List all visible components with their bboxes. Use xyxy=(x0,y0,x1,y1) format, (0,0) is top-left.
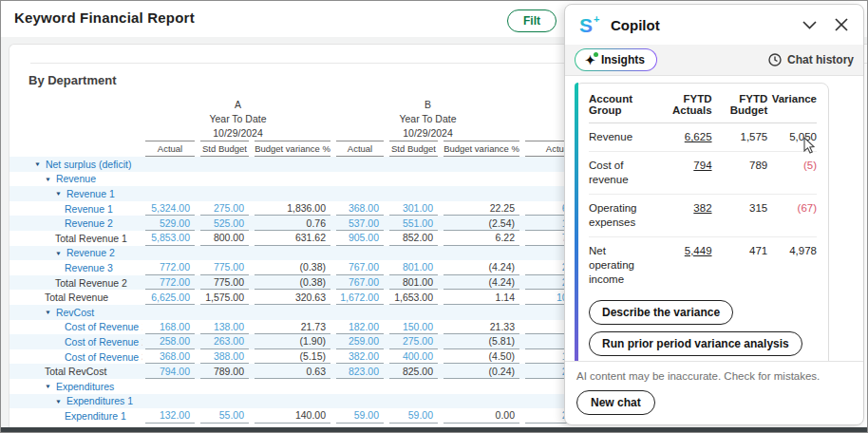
fytd-actuals-cell[interactable]: 382 xyxy=(651,194,711,236)
group-a-period: Year To Date xyxy=(142,112,333,126)
value-cell xyxy=(441,172,522,187)
insights-button[interactable]: ✦ Insights xyxy=(575,48,657,71)
value-cell[interactable]: 5,324.00 xyxy=(142,201,198,216)
value-cell[interactable]: 801.00 xyxy=(387,260,441,275)
report-row: Revenue 15,324.00275.001,836.00368.00301… xyxy=(9,201,617,216)
value-cell[interactable]: 5,853.00 xyxy=(142,231,198,246)
value-cell[interactable]: 55.00 xyxy=(198,408,252,424)
row-label-text: Revenue 1 xyxy=(66,188,115,199)
value-cell[interactable]: 301.00 xyxy=(387,201,441,216)
value-cell[interactable]: 400.00 xyxy=(387,349,441,365)
value-cell[interactable]: 905.00 xyxy=(333,231,387,246)
value-cell[interactable]: 59.00 xyxy=(333,408,387,424)
row-label[interactable]: Revenue 3 xyxy=(9,260,142,275)
copilot-footer: AI content may be inaccurate. Check for … xyxy=(565,361,863,424)
row-label[interactable]: ▼Revenue 1 xyxy=(9,186,142,201)
row-label[interactable]: Cost of Revenue 1 xyxy=(9,320,142,335)
value-cell[interactable]: 150.00 xyxy=(387,320,441,335)
row-label-text: Net surplus (deficit) xyxy=(46,159,131,170)
value-cell xyxy=(252,394,333,409)
value-cell xyxy=(441,186,522,201)
fytd-actuals-cell[interactable]: 794 xyxy=(651,151,711,194)
collapse-triangle-icon[interactable]: ▼ xyxy=(34,161,41,167)
value-cell[interactable]: 529.00 xyxy=(142,216,198,231)
value-cell xyxy=(198,379,252,394)
value-cell[interactable]: 775.00 xyxy=(198,260,252,275)
collapse-triangle-icon[interactable]: ▼ xyxy=(55,191,62,197)
value-cell[interactable]: 525.00 xyxy=(198,216,252,231)
value-cell[interactable]: 537.00 xyxy=(333,216,387,231)
value-cell[interactable]: 368.00 xyxy=(333,201,387,216)
collapse-triangle-icon[interactable]: ▼ xyxy=(45,176,51,181)
filter-button[interactable]: Filt xyxy=(507,9,557,32)
value-cell xyxy=(142,379,198,394)
value-cell xyxy=(333,186,387,201)
value-cell[interactable]: 59.00 xyxy=(387,408,441,424)
value-cell[interactable]: 823.00 xyxy=(333,364,387,379)
actuals-link[interactable]: 794 xyxy=(693,160,711,171)
row-label[interactable]: Cost of Revenue 3 xyxy=(9,349,142,365)
row-label[interactable]: ▼Net surplus (deficit) xyxy=(9,157,142,172)
report-row: Expenditure 1132.0055.00140.0059.0059.00… xyxy=(9,408,617,424)
collapse-triangle-icon[interactable]: ▼ xyxy=(45,310,51,315)
actuals-link[interactable]: 6,625 xyxy=(685,131,712,142)
group-b-id: B xyxy=(333,98,522,112)
value-cell[interactable]: 772.00 xyxy=(142,275,198,291)
suggestion-button[interactable]: Describe the variance xyxy=(589,300,733,325)
row-label[interactable]: Expenditure 1 xyxy=(9,408,142,424)
value-cell[interactable]: 275.00 xyxy=(198,201,252,216)
row-label[interactable]: Revenue 2 xyxy=(9,216,142,231)
chat-history-button[interactable]: Chat history xyxy=(768,53,854,66)
row-label: Total Revenue xyxy=(9,290,142,305)
value-cell[interactable]: 259.00 xyxy=(333,334,387,349)
close-panel-button[interactable] xyxy=(833,16,850,33)
row-label-text: Expenditures xyxy=(56,381,114,392)
suggestion-button[interactable]: Run prior period variance analysis xyxy=(589,331,802,356)
collapse-triangle-icon[interactable]: ▼ xyxy=(45,384,51,389)
value-cell: 0.63 xyxy=(252,364,333,379)
row-label[interactable]: ▼Revenue xyxy=(9,172,142,187)
collapse-panel-button[interactable] xyxy=(801,16,818,33)
collapse-triangle-icon[interactable]: ▼ xyxy=(55,250,62,255)
new-chat-button[interactable]: New chat xyxy=(576,390,655,415)
value-cell[interactable]: 1,672.00 xyxy=(333,290,387,305)
value-cell[interactable]: 767.00 xyxy=(333,275,387,291)
row-label[interactable]: ▼Expenditures 1 xyxy=(9,394,142,409)
row-label[interactable]: ▼Revenue 2 xyxy=(9,246,142,261)
value-cell[interactable]: 138.00 xyxy=(198,320,252,335)
value-cell[interactable]: 6,625.00 xyxy=(142,290,198,305)
value-cell[interactable]: 275.00 xyxy=(387,334,441,349)
value-cell[interactable]: 382.00 xyxy=(333,349,387,365)
row-label[interactable]: Revenue 1 xyxy=(9,201,142,216)
fytd-actuals-cell[interactable]: 5,449 xyxy=(651,236,711,292)
value-cell[interactable]: 794.00 xyxy=(142,364,198,379)
value-cell xyxy=(441,246,522,261)
row-label[interactable]: ▼Expenditures xyxy=(9,379,142,394)
value-cell[interactable]: 168.00 xyxy=(142,320,198,335)
value-cell xyxy=(387,157,441,172)
sparkle-icon: ✦ xyxy=(585,54,595,66)
section-title: By Department xyxy=(28,73,116,87)
value-cell[interactable]: 368.00 xyxy=(142,349,198,365)
row-label[interactable]: Cost of Revenue 2 xyxy=(9,334,142,349)
value-cell: 631.62 xyxy=(252,231,333,246)
value-cell[interactable]: 551.00 xyxy=(387,216,441,231)
value-cell[interactable]: 388.00 xyxy=(198,349,252,365)
value-cell[interactable]: 263.00 xyxy=(198,334,252,349)
value-cell[interactable]: 182.00 xyxy=(333,320,387,335)
actuals-link[interactable]: 5,449 xyxy=(685,245,712,256)
suggestion-buttons: Describe the varianceRun prior period va… xyxy=(589,300,817,362)
row-label[interactable]: ▼RevCost xyxy=(9,305,142,320)
value-cell[interactable]: 767.00 xyxy=(333,260,387,275)
fytd-actuals-cell[interactable]: 6,625 xyxy=(651,123,711,152)
value-cell[interactable]: 772.00 xyxy=(142,260,198,275)
col-header-b-budget-variance: Budget variance % xyxy=(441,141,522,157)
collapse-triangle-icon[interactable]: ▼ xyxy=(55,398,62,404)
value-cell[interactable]: 258.00 xyxy=(142,334,198,349)
value-cell[interactable]: 132.00 xyxy=(142,408,198,424)
value-cell: (0.38) xyxy=(252,260,333,275)
report-row: Total Revenue6,625.001,575.00320.631,672… xyxy=(9,290,617,305)
actuals-link[interactable]: 382 xyxy=(693,202,711,214)
insights-table-header-row: Account Group FYTD Actuals FYTD Budget V… xyxy=(589,85,817,123)
value-cell xyxy=(387,186,441,201)
